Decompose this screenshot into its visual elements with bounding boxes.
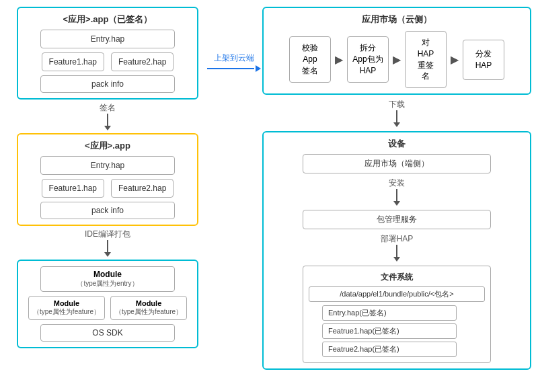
feature1-hap-signed: Feature1.hap	[42, 52, 104, 71]
download-arrow-line	[396, 110, 397, 122]
fs-file-2: Featrue2.hap(已签名)	[322, 342, 457, 357]
ide-arrow-head	[104, 252, 111, 257]
sign-arrow: 签名	[100, 102, 116, 130]
signed-app-box: <应用>.app（已签名） Entry.hap Feature1.hap Fea…	[17, 7, 198, 100]
cloud-step-1: 校验 App 签名	[289, 36, 331, 82]
step-arrow-3: ▶	[451, 54, 459, 65]
fs-path: /data/app/el1/bundle/public/<包名>	[309, 286, 485, 302]
deploy-label: 部署HAP	[381, 233, 414, 245]
entry-hap-signed: Entry.hap	[40, 30, 175, 48]
step-arrow-1: ▶	[335, 54, 343, 65]
download-arrow: 下载	[262, 99, 531, 127]
module-feature2: Module （type属性为feature）	[110, 296, 187, 320]
entry-hap-unsigned: Entry.hap	[40, 156, 175, 175]
sign-arrow-line	[107, 114, 108, 126]
cloud-box: 应用市场（云侧） 校验 App 签名 ▶ 拆分 App包为 HAP ▶ 对 HA…	[262, 7, 531, 95]
h-line	[207, 68, 254, 69]
module-feature2-title: Module	[115, 299, 182, 307]
download-label: 下载	[389, 99, 405, 110]
install-arrow-line	[396, 189, 397, 201]
ide-label: IDE编译打包	[85, 229, 130, 240]
step-arrow-2: ▶	[393, 54, 401, 65]
feature2-hap-signed: Feature2.hap	[111, 52, 174, 71]
module-entry-title: Module	[48, 270, 167, 279]
install-label: 安装	[389, 178, 405, 189]
sign-label: 签名	[100, 102, 116, 114]
module-feature-row: Module （type属性为feature） Module （type属性为f…	[28, 296, 187, 320]
diagram-container: <应用>.app（已签名） Entry.hap Feature1.hap Fea…	[0, 0, 538, 392]
feature2-hap-unsigned: Feature2.hap	[111, 179, 174, 198]
module-source-box: Module （type属性为entry） Module （type属性为fea…	[17, 260, 198, 348]
device-title: 设备	[388, 138, 406, 150]
feature1-hap-unsigned: Feature1.hap	[42, 179, 104, 198]
install-arrow: 安装	[389, 178, 405, 206]
module-feature1: Module （type属性为feature）	[28, 296, 105, 320]
fs-file-0: Entry.hap(已签名)	[322, 305, 457, 321]
fs-files: Entry.hap(已签名) Featrue1.hap(已签名) Featrue…	[309, 305, 485, 357]
upload-label: 上架到云端	[214, 52, 254, 64]
h-arrow-head	[256, 65, 261, 72]
left-panel: <应用>.app（已签名） Entry.hap Feature1.hap Fea…	[7, 7, 208, 348]
pack-info-unsigned: pack info	[40, 202, 175, 219]
right-panel: 应用市场（云侧） 校验 App 签名 ▶ 拆分 App包为 HAP ▶ 对 HA…	[262, 7, 531, 370]
unsigned-app-box: <应用>.app Entry.hap Feature1.hap Feature2…	[17, 133, 198, 226]
upload-arrow-line	[207, 65, 261, 72]
unsigned-app-title: <应用>.app	[85, 140, 130, 152]
install-arrow-head	[393, 201, 400, 206]
sign-arrow-head	[104, 126, 111, 130]
os-sdk: OS SDK	[40, 324, 175, 342]
app-market-device: 应用市场（端侧）	[303, 154, 491, 173]
upload-arrow: 上架到云端	[202, 52, 266, 72]
ide-arrow-line	[107, 240, 108, 252]
device-box: 设备 应用市场（端侧） 安装 包管理服务 部署HAP 文件系统 /data/ap…	[262, 131, 531, 370]
ide-arrow: IDE编译打包	[85, 229, 130, 257]
module-feature1-sub: （type属性为feature）	[33, 307, 100, 317]
deploy-arrow-head	[393, 257, 400, 262]
filesystem-box: 文件系统 /data/app/el1/bundle/public/<包名> En…	[303, 266, 491, 363]
cloud-title: 应用市场（云侧）	[362, 13, 432, 26]
fs-title: 文件系统	[309, 272, 485, 283]
module-feature2-sub: （type属性为feature）	[115, 307, 182, 317]
feature-hap-row-unsigned: Feature1.hap Feature2.hap	[42, 179, 174, 198]
pkg-service: 包管理服务	[303, 210, 491, 229]
cloud-step-2: 拆分 App包为 HAP	[347, 36, 389, 82]
signed-app-title: <应用>.app（已签名）	[63, 13, 153, 26]
deploy-arrow-line	[396, 245, 397, 257]
feature-hap-row-signed: Feature1.hap Feature2.hap	[42, 52, 174, 71]
fs-file-1: Featrue1.hap(已签名)	[322, 323, 457, 339]
module-entry-sub: （type属性为entry）	[48, 279, 167, 288]
cloud-step-3: 对 HAP 重签 名	[405, 31, 447, 88]
module-entry: Module （type属性为entry）	[40, 266, 175, 292]
pack-info-signed: pack info	[40, 75, 175, 93]
module-feature1-title: Module	[33, 299, 100, 307]
cloud-step-4: 分发 HAP	[463, 40, 504, 80]
cloud-steps: 校验 App 签名 ▶ 拆分 App包为 HAP ▶ 对 HAP 重签 名 ▶ …	[289, 31, 504, 88]
deploy-arrow: 部署HAP	[381, 233, 414, 262]
download-arrow-head	[393, 122, 400, 127]
